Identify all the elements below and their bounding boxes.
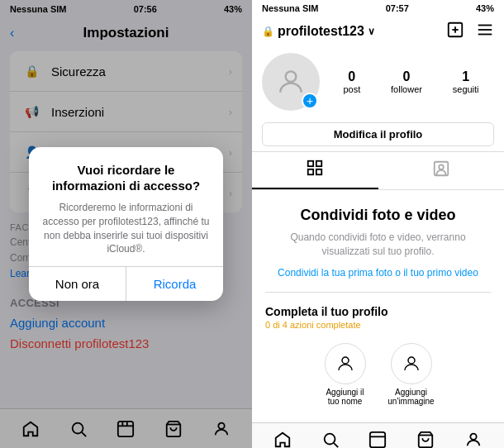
profile-actions: Aggiungi il tuo nome Aggiungi un'immagin… [321, 343, 436, 406]
share-link[interactable]: Condividi la tua prima foto o il tuo pri… [278, 267, 478, 279]
right-battery: 43% [476, 3, 494, 13]
right-status-bar: Nessuna SIM 07:57 43% [252, 0, 504, 17]
add-name-label: Aggiungi il tuo nome [321, 388, 370, 406]
stat-follower: 0 follower [391, 69, 422, 94]
svg-rect-15 [308, 161, 313, 166]
post-count: 0 [348, 69, 355, 84]
dialog-message: Ricorderemo le informazioni di accesso p… [42, 201, 210, 256]
right-time: 07:57 [386, 3, 409, 13]
divider [265, 292, 491, 293]
menu-button[interactable] [476, 21, 494, 43]
follower-count: 0 [403, 69, 411, 84]
right-panel: Nessuna SIM 07:57 43% 🔒 profilotest123 ∨… [252, 0, 504, 448]
dialog-cancel-button[interactable]: Non ora [29, 267, 126, 301]
tab-grid[interactable] [252, 152, 378, 189]
share-subtitle: Quando condividi foto e video, verranno … [265, 231, 491, 259]
add-post-button[interactable] [446, 21, 464, 43]
share-title: Condividi foto e video [301, 207, 456, 224]
right-header: 🔒 profilotest123 ∨ [252, 17, 504, 46]
right-tab-search[interactable] [314, 423, 347, 448]
right-tab-profile[interactable] [457, 423, 490, 448]
right-tab-shop[interactable] [409, 423, 442, 448]
lock-icon: 🔒 [262, 26, 274, 37]
action-add-name[interactable]: Aggiungi il tuo nome [321, 343, 370, 406]
add-name-icon [325, 343, 366, 384]
right-tab-home[interactable] [266, 423, 299, 448]
svg-point-28 [470, 434, 476, 440]
seguiti-label: seguiti [453, 84, 479, 94]
right-carrier: Nessuna SIM [262, 3, 318, 13]
tab-tagged[interactable] [378, 152, 505, 189]
dialog-title: Vuoi ricordare le informazioni di access… [42, 162, 210, 194]
right-tab-reels[interactable] [361, 423, 394, 448]
complete-profile: Completa il tuo profilo 0 di 4 azioni co… [265, 305, 491, 330]
svg-point-23 [324, 434, 335, 445]
tabs-row [252, 151, 504, 190]
add-image-icon [391, 343, 432, 384]
stat-seguiti: 1 seguiti [453, 69, 479, 94]
stat-post: 0 post [343, 69, 360, 94]
main-content: Condividi foto e video Quando condividi … [252, 190, 504, 422]
grid-icon [306, 159, 324, 181]
add-image-label: Aggiungi un'immagine [387, 388, 436, 406]
left-panel: Nessuna SIM 07:56 43% ‹ Impostazioni 🔒 S… [0, 0, 252, 448]
header-icons [446, 21, 494, 43]
username-text: profilotest123 [278, 24, 364, 39]
complete-progress: 0 di 4 azioni completate [265, 320, 491, 330]
svg-rect-25 [370, 432, 385, 447]
right-bottom-bar [252, 422, 504, 448]
dialog-content: Vuoi ricordare le informazioni di access… [29, 147, 223, 266]
edit-profile-button[interactable]: Modifica il profilo [262, 122, 494, 146]
avatar-container: + [262, 53, 320, 111]
svg-point-22 [408, 357, 415, 364]
svg-point-14 [286, 71, 297, 82]
action-add-image[interactable]: Aggiungi un'immagine [387, 343, 436, 406]
seguiti-count: 1 [462, 69, 469, 84]
dialog: Vuoi ricordare le informazioni di access… [29, 147, 223, 301]
complete-title: Completa il tuo profilo [265, 305, 491, 318]
profile-stats-row: + 0 post 0 follower 1 seguiti [252, 46, 504, 117]
tagged-icon [432, 160, 450, 182]
stats-container: 0 post 0 follower 1 seguiti [320, 69, 494, 94]
post-label: post [343, 84, 360, 94]
svg-rect-17 [308, 169, 313, 174]
svg-rect-16 [316, 161, 321, 166]
follower-label: follower [391, 84, 422, 94]
avatar-add-button[interactable]: + [302, 93, 318, 109]
svg-point-20 [439, 164, 444, 169]
svg-point-21 [342, 357, 349, 364]
svg-line-24 [334, 443, 338, 447]
dialog-confirm-button[interactable]: Ricorda [126, 267, 223, 301]
chevron-down-icon: ∨ [368, 26, 375, 37]
dialog-overlay: Vuoi ricordare le informazioni di access… [0, 0, 252, 448]
profile-username[interactable]: 🔒 profilotest123 ∨ [262, 24, 375, 39]
dialog-buttons: Non ora Ricorda [29, 266, 223, 301]
svg-rect-18 [316, 169, 321, 174]
